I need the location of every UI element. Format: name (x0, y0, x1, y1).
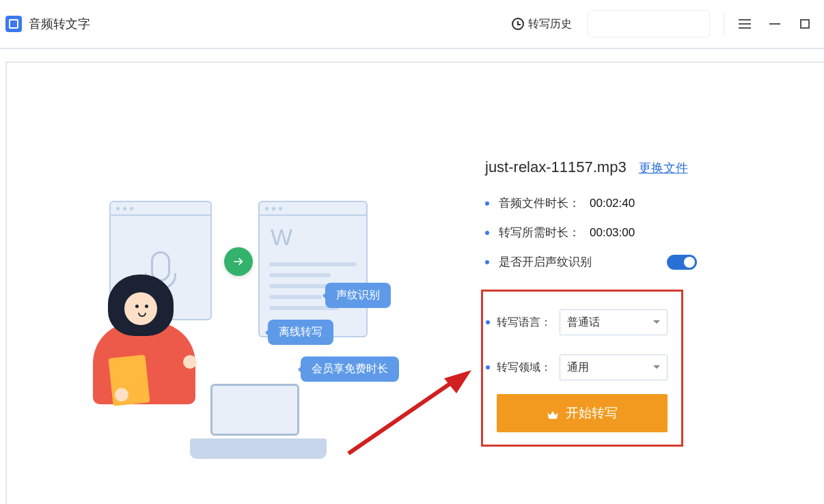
minimize-icon (769, 23, 780, 25)
audio-duration-row: 音频文件时长： 00:02:40 (485, 195, 697, 211)
start-button-label: 开始转写 (566, 404, 618, 422)
menu-button[interactable] (730, 9, 760, 39)
domain-select[interactable]: 通用 (560, 354, 668, 380)
minimize-button[interactable] (760, 9, 790, 39)
voiceprint-label: 是否开启声纹识别 (499, 254, 592, 270)
file-name: just-relax-11157.mp3 (485, 158, 627, 176)
history-button[interactable]: 转写历史 (505, 13, 579, 36)
app-logo-icon (5, 16, 22, 32)
transcribe-duration-row: 转写所需时长： 00:03:00 (485, 225, 697, 240)
maximize-icon (800, 19, 810, 29)
audio-duration-value: 00:02:40 (590, 197, 635, 210)
feature-bubble-offline: 离线转写 (268, 320, 333, 345)
separator (724, 13, 724, 35)
menu-icon (739, 23, 751, 25)
language-select[interactable]: 普通话 (560, 309, 668, 335)
person-illustration (87, 275, 245, 418)
svg-marker-1 (444, 370, 471, 393)
start-transcribe-button[interactable]: 开始转写 (497, 394, 668, 432)
domain-label: 转写领域： (497, 361, 560, 375)
language-value: 普通话 (567, 316, 600, 330)
clock-icon (512, 18, 524, 30)
maximize-button[interactable] (790, 9, 820, 39)
app-title: 音频转文字 (29, 16, 90, 32)
feature-bubble-free: 会员享免费时长 (301, 356, 399, 382)
chevron-down-icon (653, 320, 660, 327)
change-file-link[interactable]: 更换文件 (639, 160, 688, 176)
transcribe-duration-label: 转写所需时长： (499, 225, 580, 240)
language-label: 转写语言： (497, 316, 560, 330)
domain-value: 通用 (567, 361, 589, 375)
text-card-icon: W (258, 201, 368, 337)
title-bar: 音频转文字 转写历史 (0, 0, 824, 49)
audio-duration-label: 音频文件时长： (499, 195, 580, 211)
voiceprint-row: 是否开启声纹识别 (485, 254, 697, 270)
feature-bubble-voiceprint: 声纹识别 (325, 283, 391, 308)
main-panel: W 声纹识别 离线转写 会员享免费时长 just-relax-11157.mp3… (5, 61, 824, 504)
voiceprint-toggle[interactable] (667, 255, 697, 270)
domain-field: 转写领域： 通用 (497, 354, 668, 380)
user-account-box[interactable] (587, 10, 710, 38)
file-info-panel: just-relax-11157.mp3 更换文件 音频文件时长： 00:02:… (485, 158, 697, 283)
history-label: 转写历史 (528, 17, 572, 31)
options-box: 转写语言： 普通话 转写领域： 通用 开始转写 (481, 290, 683, 447)
transcribe-duration-value: 00:03:00 (590, 226, 635, 240)
chevron-down-icon (653, 365, 660, 372)
convert-arrow-icon (224, 247, 253, 276)
language-field: 转写语言： 普通话 (497, 309, 668, 335)
illustration: W 声纹识别 离线转写 会员享免费时长 (87, 199, 429, 411)
crown-icon (547, 408, 559, 418)
